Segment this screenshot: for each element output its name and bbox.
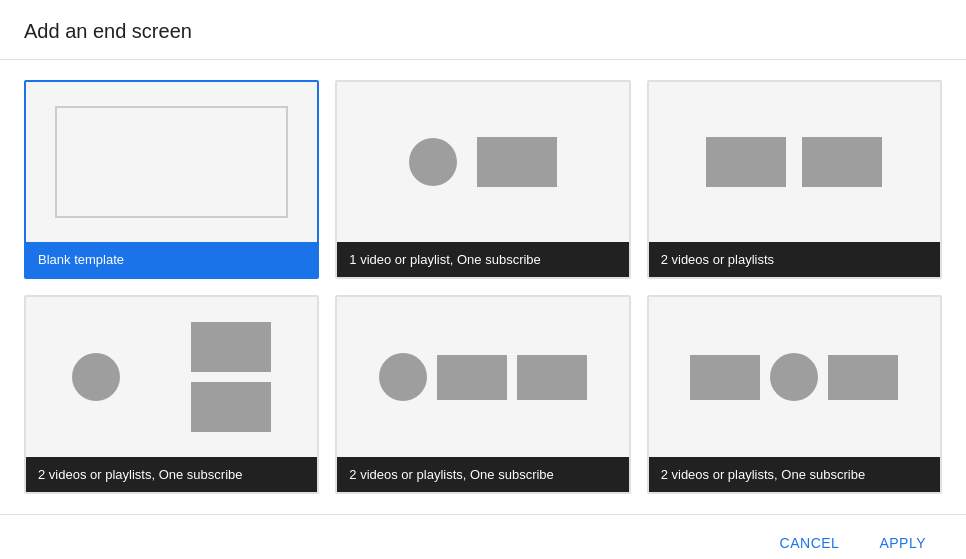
video-rect-c1 xyxy=(690,355,760,400)
subscribe-circle-c xyxy=(770,353,818,401)
template-preview-2-videos-subscribe-a xyxy=(26,297,317,457)
template-preview-2-videos xyxy=(649,82,940,242)
template-card-blank[interactable]: Blank template xyxy=(24,80,319,279)
template-preview-blank xyxy=(26,82,317,242)
template-card-2-videos-subscribe-c[interactable]: 2 videos or playlists, One subscribe xyxy=(647,295,942,494)
dialog-header: Add an end screen xyxy=(0,0,966,60)
video-rect-c2 xyxy=(828,355,898,400)
video-rect-1 xyxy=(706,137,786,187)
video-rect-a2 xyxy=(191,382,271,432)
template-preview-2-videos-subscribe-b xyxy=(337,297,628,457)
video-rect-b2 xyxy=(517,355,587,400)
template-label-1-video-subscribe: 1 video or playlist, One subscribe xyxy=(337,242,628,277)
video-stack-a xyxy=(191,322,271,432)
subscribe-circle-a xyxy=(72,353,120,401)
template-card-2-videos[interactable]: 2 videos or playlists xyxy=(647,80,942,279)
template-label-2-videos: 2 videos or playlists xyxy=(649,242,940,277)
subscribe-circle-b xyxy=(379,353,427,401)
template-card-1-video-subscribe[interactable]: 1 video or playlist, One subscribe xyxy=(335,80,630,279)
template-card-2-videos-subscribe-b[interactable]: 2 videos or playlists, One subscribe xyxy=(335,295,630,494)
video-rect-b1 xyxy=(437,355,507,400)
template-grid: Blank template 1 video or playlist, One … xyxy=(0,60,966,514)
dialog-title: Add an end screen xyxy=(24,20,942,43)
apply-button[interactable]: APPLY xyxy=(863,527,942,559)
video-rect xyxy=(477,137,557,187)
add-end-screen-dialog: Add an end screen Blank template 1 video… xyxy=(0,0,966,559)
blank-frame xyxy=(55,106,288,218)
template-card-2-videos-subscribe-a[interactable]: 2 videos or playlists, One subscribe xyxy=(24,295,319,494)
video-rect-2 xyxy=(802,137,882,187)
dialog-footer: CANCEL APPLY xyxy=(0,514,966,559)
template-label-2-videos-subscribe-b: 2 videos or playlists, One subscribe xyxy=(337,457,628,492)
template-preview-1-video-subscribe xyxy=(337,82,628,242)
cancel-button[interactable]: CANCEL xyxy=(764,527,856,559)
template-label-2-videos-subscribe-a: 2 videos or playlists, One subscribe xyxy=(26,457,317,492)
template-label-blank: Blank template xyxy=(26,242,317,277)
template-preview-2-videos-subscribe-c xyxy=(649,297,940,457)
video-rect-a1 xyxy=(191,322,271,372)
subscribe-circle xyxy=(409,138,457,186)
template-label-2-videos-subscribe-c: 2 videos or playlists, One subscribe xyxy=(649,457,940,492)
